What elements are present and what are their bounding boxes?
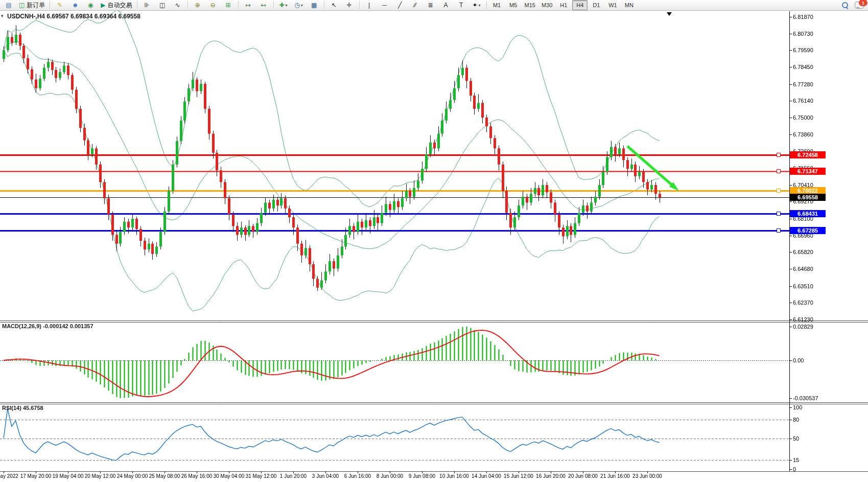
dropdown-caret-icon[interactable]: ▾ — [479, 3, 481, 8]
price-level-label: 6.67285 — [790, 227, 826, 234]
timeframe-button-d1[interactable]: D1 — [589, 0, 604, 10]
macd-axis-tick: -0.030537 — [793, 395, 818, 401]
time-axis-label: 30 May 04:00 — [214, 473, 245, 479]
text-button[interactable]: A — [439, 0, 453, 10]
periods-icon: ◷ — [294, 2, 299, 8]
bar-chart-icon: ⊪ — [144, 2, 149, 8]
trendline-button[interactable]: ╱ — [393, 0, 407, 10]
zoom-in-icon: ⊕ — [195, 2, 200, 8]
timeframe-button-m5[interactable]: M5 — [506, 0, 521, 10]
new-order-button[interactable]: ◫新订单 — [17, 0, 47, 10]
chart-window-icon[interactable]: ▤ — [2, 0, 16, 10]
time-axis-label: 26 May 16:00 — [181, 473, 213, 479]
horizontal-line-icon: ─ — [382, 2, 387, 8]
timeframe-button-m1[interactable]: M1 — [489, 0, 505, 10]
fibonacci-button[interactable]: ≣ — [424, 0, 438, 10]
horizontal-line-button[interactable]: ─ — [378, 0, 392, 10]
chart-title: USDCNH-,H4 6.69567 6.69834 6.69364 6.695… — [7, 13, 140, 20]
price-axis-tick: 6.76140 — [793, 98, 813, 104]
toolbar-separator — [187, 1, 188, 9]
timeframe-button-h4[interactable]: H4 — [572, 0, 588, 10]
signals-icon-icon: ◉ — [88, 2, 93, 8]
time-axis-label: 21 Jun 16:00 — [600, 473, 630, 479]
time-axis-label: 14 Jun 04:00 — [472, 473, 501, 479]
zoom-in-button[interactable]: ⊕ — [191, 0, 205, 10]
chat-icon[interactable]: 1 — [855, 2, 864, 9]
price-axis-tick: 6.61230 — [793, 316, 813, 323]
arrows-button[interactable]: ✦▾ — [470, 0, 484, 10]
signals-icon[interactable]: ◉ — [83, 0, 98, 10]
equidistant-channel-icon: ∕∕ — [414, 2, 416, 8]
line-chart-button[interactable]: ∿ — [171, 0, 185, 10]
text-label-icon: T — [459, 2, 463, 8]
tile-windows-button[interactable]: ⊞ — [221, 0, 236, 10]
text-icon: A — [444, 2, 448, 8]
rsi-panel-label: RSI(14) 45.6758 — [2, 405, 43, 411]
time-axis-label: 9 Jun 08:00 — [409, 473, 435, 479]
timeframe-button-mn[interactable]: MN — [621, 0, 637, 10]
auto-scroll-icon: ↦ — [246, 2, 251, 8]
price-axis-tick: 6.73860 — [793, 131, 813, 137]
metaeditor-icon[interactable]: ✎ — [53, 0, 67, 10]
rsi-axis-tick: 80 — [793, 417, 799, 423]
profile-icon[interactable]: ☻ — [68, 0, 82, 10]
time-axis-label: 3 Jun 04:00 — [312, 473, 339, 479]
macd-axis-tick: 0.00 — [793, 357, 804, 363]
templates-button[interactable]: ▦ — [307, 0, 321, 10]
notification-badge: 1 — [859, 0, 867, 6]
arrows-icon: ✦ — [473, 2, 478, 8]
candlestick-chart-button[interactable]: ◫ — [155, 0, 170, 10]
new-order-button-label: 新订单 — [27, 1, 45, 10]
autotrading-icon: ▶ — [101, 2, 105, 8]
macd-panel-label: MACD(12,26,9) -0.000142 0.001357 — [2, 323, 93, 329]
dropdown-caret-icon[interactable]: ▾ — [286, 3, 288, 8]
timeframe-button-w1[interactable]: W1 — [605, 0, 620, 10]
chart-shift-button[interactable]: ↤ — [256, 0, 271, 10]
time-axis-label: 10 Jun 16:00 — [439, 473, 469, 479]
price-level-label: 6.71347 — [790, 168, 826, 175]
add-indicator-button[interactable]: ✚▾ — [276, 0, 291, 10]
dropdown-caret-icon[interactable]: ▾ — [301, 3, 303, 8]
equidistant-channel-button[interactable]: ∕∕ — [408, 0, 423, 10]
vertical-line-icon: | — [368, 2, 370, 8]
cursor-button[interactable]: ↖ — [327, 0, 341, 10]
crosshair-button[interactable]: ✛ — [342, 0, 357, 10]
time-axis-label: 15 Jun 12:00 — [504, 473, 533, 479]
price-axis-tick: 6.64680 — [793, 266, 813, 272]
rsi-axis-tick: 15 — [793, 457, 799, 463]
chart-canvas[interactable] — [0, 0, 868, 482]
zoom-out-button[interactable]: ⊖ — [206, 0, 220, 10]
time-axis-label: 20 May 12:00 — [85, 473, 116, 479]
new-order-icon: ◫ — [19, 2, 25, 8]
timeframe-button-h1[interactable]: H1 — [556, 0, 571, 10]
price-axis-tick: 6.81870 — [793, 14, 813, 20]
chart-window-icon-icon: ▤ — [6, 2, 11, 8]
price-level-label: 6.69558 — [790, 194, 826, 201]
autotrading-button[interactable]: ▶自动交易 — [99, 0, 134, 10]
search-icon[interactable] — [842, 2, 849, 9]
add-indicator-icon: ✚ — [279, 2, 285, 8]
price-axis-tick: 6.62370 — [793, 300, 813, 306]
rsi-axis-tick: 50 — [793, 435, 799, 442]
vertical-line-button[interactable]: | — [362, 0, 377, 10]
price-axis-tick: 6.80730 — [793, 31, 813, 37]
crosshair-icon: ✛ — [347, 2, 352, 8]
symbol-period-label: USDCNH-,H4 — [7, 13, 45, 20]
auto-scroll-button[interactable]: ↦ — [241, 0, 255, 10]
price-axis-tick: 6.77280 — [793, 81, 813, 87]
periods-button[interactable]: ◷▾ — [292, 0, 306, 10]
metaeditor-icon-icon: ✎ — [57, 2, 62, 8]
time-axis-label: 1 Jun 20:00 — [280, 473, 307, 479]
time-axis-label: 16 May 2022 — [0, 473, 18, 479]
time-axis-label: 23 Jun 00:00 — [632, 473, 662, 479]
time-axis-label: 25 May 08:00 — [149, 473, 180, 479]
text-label-button[interactable]: T — [454, 0, 468, 10]
timeframe-button-m15[interactable]: M15 — [522, 0, 538, 10]
profile-icon-icon: ☻ — [72, 2, 79, 8]
chart-menu-caret-icon[interactable]: ▾ — [1, 13, 4, 18]
line-chart-icon: ∿ — [175, 2, 180, 8]
timeframe-button-m30[interactable]: M30 — [539, 0, 555, 10]
bar-chart-button[interactable]: ⊪ — [140, 0, 154, 10]
ohlc-values: 6.69567 6.69834 6.69364 6.69558 — [46, 13, 140, 20]
zoom-out-icon: ⊖ — [210, 2, 216, 8]
